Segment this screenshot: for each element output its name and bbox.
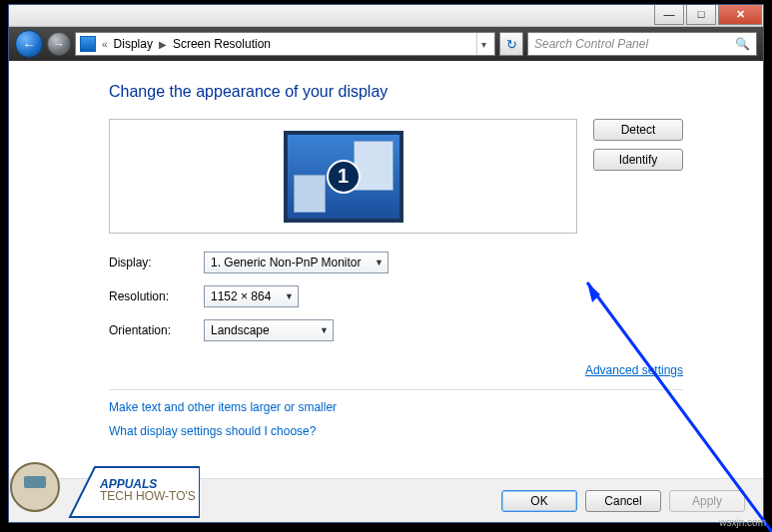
resolution-row: Resolution: 1152 × 864 ▼ xyxy=(109,285,683,307)
cancel-button[interactable]: Cancel xyxy=(585,490,661,512)
divider xyxy=(109,389,683,390)
display-combo[interactable]: 1. Generic Non-PnP Monitor ▼ xyxy=(204,252,388,273)
resolution-combo[interactable]: 1152 × 864 ▼ xyxy=(204,285,299,307)
display-row: Display: 1. Generic Non-PnP Monitor ▼ xyxy=(109,252,683,273)
detect-button[interactable]: Detect xyxy=(593,119,683,141)
titlebar: — □ ✕ xyxy=(9,5,763,27)
refresh-button[interactable]: ↻ xyxy=(499,32,523,56)
chevron-down-icon: ▼ xyxy=(320,325,329,335)
search-icon: 🔍 xyxy=(735,37,750,51)
make-text-larger-link[interactable]: Make text and other items larger or smal… xyxy=(109,400,683,414)
orientation-value: Landscape xyxy=(211,323,270,337)
content-area: Change the appearance of your display 1 … xyxy=(9,61,763,478)
chevron-down-icon: ▼ xyxy=(375,258,384,267)
display-preview-row: 1 Detect Identify xyxy=(109,119,683,234)
watermark: wsxjn.com xyxy=(719,517,766,528)
advanced-row: Advanced settings xyxy=(109,363,683,377)
search-placeholder: Search Control Panel xyxy=(534,37,648,51)
orientation-combo[interactable]: Landscape ▼ xyxy=(204,319,334,341)
chevron-icon: « xyxy=(102,39,108,50)
display-preview-box[interactable]: 1 xyxy=(109,119,577,234)
monitor-icon[interactable]: 1 xyxy=(284,131,403,223)
what-settings-link[interactable]: What display settings should I choose? xyxy=(109,424,683,438)
preview-buttons: Detect Identify xyxy=(593,119,683,171)
resolution-value: 1152 × 864 xyxy=(211,289,271,303)
page-title: Change the appearance of your display xyxy=(109,83,683,101)
apply-button: Apply xyxy=(669,490,745,512)
breadcrumb-screen-resolution[interactable]: Screen Resolution xyxy=(173,37,271,51)
orientation-label: Orientation: xyxy=(109,323,204,337)
close-button[interactable]: ✕ xyxy=(718,5,762,25)
window: — □ ✕ ← → « Display ▶ Screen Resolution … xyxy=(8,4,764,523)
forward-button[interactable]: → xyxy=(47,32,71,56)
display-label: Display: xyxy=(109,256,204,269)
breadcrumb-display[interactable]: Display xyxy=(114,37,153,51)
address-bar[interactable]: « Display ▶ Screen Resolution ▾ xyxy=(75,32,495,56)
address-dropdown-icon[interactable]: ▾ xyxy=(476,33,490,55)
monitor-number: 1 xyxy=(327,160,361,194)
orientation-row: Orientation: Landscape ▼ xyxy=(109,319,683,341)
ok-button[interactable]: OK xyxy=(501,490,577,512)
maximize-button[interactable]: □ xyxy=(686,5,716,25)
help-links: Make text and other items larger or smal… xyxy=(109,400,683,438)
back-button[interactable]: ← xyxy=(15,30,43,58)
search-input[interactable]: Search Control Panel 🔍 xyxy=(527,32,757,56)
footer: OK Cancel Apply xyxy=(9,478,763,522)
control-panel-icon xyxy=(80,36,96,52)
advanced-settings-link[interactable]: Advanced settings xyxy=(585,363,683,377)
identify-button[interactable]: Identify xyxy=(593,149,683,171)
minimize-button[interactable]: — xyxy=(654,5,684,25)
display-value: 1. Generic Non-PnP Monitor xyxy=(211,256,362,269)
chevron-down-icon: ▼ xyxy=(285,291,294,301)
chevron-right-icon: ▶ xyxy=(159,39,167,50)
navbar: ← → « Display ▶ Screen Resolution ▾ ↻ Se… xyxy=(9,27,763,61)
resolution-label: Resolution: xyxy=(109,289,204,303)
settings-form: Display: 1. Generic Non-PnP Monitor ▼ Re… xyxy=(109,252,683,341)
